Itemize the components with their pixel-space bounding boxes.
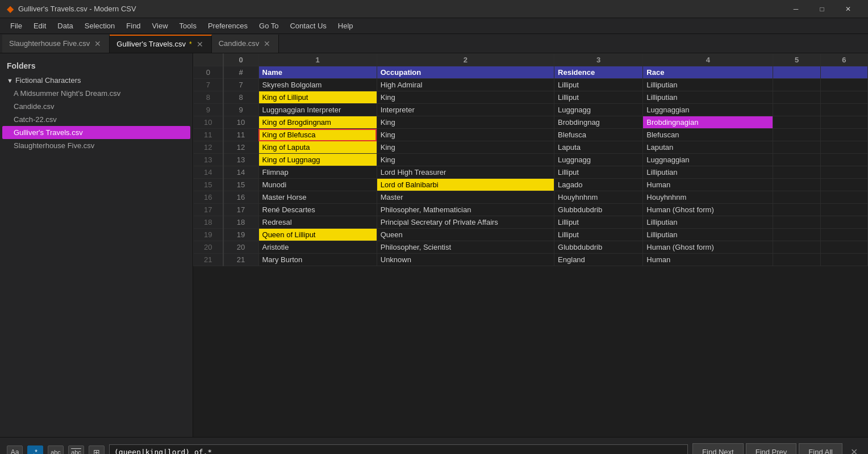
search-opt-regex[interactable]: .*	[27, 445, 43, 455]
grid-cell-1-2[interactable]: King	[377, 91, 554, 104]
grid-cell-10-2[interactable]: Philosopher, Mathematician	[377, 204, 554, 216]
menu-item-view[interactable]: View	[147, 19, 174, 32]
grid-cell-7-4[interactable]: Lilliputian	[643, 166, 773, 179]
grid-cell-9-4[interactable]: Houyhnhnm	[643, 191, 773, 204]
grid-cell-11-6[interactable]	[820, 216, 867, 229]
grid-cell-2-2[interactable]: Interpreter	[377, 104, 554, 116]
grid-cell-5-4[interactable]: Laputan	[643, 141, 773, 154]
grid-cell-13-1[interactable]: Aristotle	[258, 241, 377, 254]
grid-cell-3-0[interactable]: 10	[223, 116, 258, 129]
grid-header-col-0[interactable]: #	[223, 66, 258, 79]
col-header-3[interactable]: 3	[554, 54, 643, 66]
find-prev-button[interactable]: Find Prev	[746, 443, 797, 455]
grid-cell-9-1[interactable]: Master Horse	[258, 191, 377, 204]
minimize-button[interactable]: ─	[783, 0, 809, 18]
sidebar-file-Catch-22-csv[interactable]: Catch-22.csv	[0, 113, 193, 126]
grid-cell-12-3[interactable]: Lilliput	[554, 229, 643, 241]
grid-cell-1-6[interactable]	[820, 91, 867, 104]
grid-cell-6-3[interactable]: Luggnagg	[554, 154, 643, 166]
grid-cell-5-3[interactable]: Laputa	[554, 141, 643, 154]
sidebar-file-Slaughterhouse-Five-csv[interactable]: Slaughterhouse Five.csv	[0, 139, 193, 152]
grid-cell-11-0[interactable]: 18	[223, 216, 258, 229]
grid-cell-6-5[interactable]	[773, 154, 820, 166]
sidebar-folder[interactable]: ▼ Fictional Characters	[0, 74, 193, 87]
col-header-5[interactable]: 5	[773, 54, 820, 66]
grid-cell-0-1[interactable]: Skyresh Bolgolam	[258, 79, 377, 91]
menu-item-tools[interactable]: Tools	[174, 19, 202, 32]
grid-cell-3-4[interactable]: Brobdingnagian	[643, 116, 773, 129]
tab-1[interactable]: Gulliver's Travels.csv*✕	[110, 35, 211, 53]
grid-cell-1-1[interactable]: King of Lilliput	[258, 91, 377, 104]
grid-cell-14-3[interactable]: England	[554, 254, 643, 266]
grid-cell-11-5[interactable]	[773, 216, 820, 229]
grid-header-col-3[interactable]: Residence	[554, 66, 643, 79]
menu-item-preferences[interactable]: Preferences	[202, 19, 253, 32]
close-button[interactable]: ✕	[835, 0, 861, 18]
grid-cell-12-5[interactable]	[773, 229, 820, 241]
menu-item-find[interactable]: Find	[120, 19, 146, 32]
grid-cell-8-4[interactable]: Human	[643, 179, 773, 191]
sidebar-file-Gulliver's-Travels-csv[interactable]: Gulliver's Travels.csv	[2, 126, 190, 139]
grid-cell-2-3[interactable]: Luggnagg	[554, 104, 643, 116]
search-opt-case[interactable]: Aa	[7, 445, 23, 455]
tab-0[interactable]: Slaughterhouse Five.csv✕	[2, 35, 110, 53]
grid-cell-10-1[interactable]: René Descartes	[258, 204, 377, 216]
grid-cell-4-1[interactable]: King of Blefusca	[258, 129, 377, 141]
grid-cell-11-2[interactable]: Principal Secretary of Private Affairs	[377, 216, 554, 229]
grid-cell-9-6[interactable]	[820, 191, 867, 204]
grid-cell-4-5[interactable]	[773, 129, 820, 141]
grid-cell-5-1[interactable]: King of Laputa	[258, 141, 377, 154]
grid-cell-8-1[interactable]: Munodi	[258, 179, 377, 191]
grid-cell-10-4[interactable]: Human (Ghost form)	[643, 204, 773, 216]
grid-cell-13-0[interactable]: 20	[223, 241, 258, 254]
grid-cell-10-6[interactable]	[820, 204, 867, 216]
grid-cell-7-6[interactable]	[820, 166, 867, 179]
grid-cell-9-3[interactable]: Houyhnhnm	[554, 191, 643, 204]
grid-cell-2-5[interactable]	[773, 104, 820, 116]
grid-cell-2-0[interactable]: 9	[223, 104, 258, 116]
grid-cell-7-3[interactable]: Lilliput	[554, 166, 643, 179]
col-header-4[interactable]: 4	[643, 54, 773, 66]
menu-item-go-to[interactable]: Go To	[253, 19, 284, 32]
col-header-0[interactable]: 0	[223, 54, 258, 66]
grid-cell-5-0[interactable]: 12	[223, 141, 258, 154]
grid-cell-14-4[interactable]: Human	[643, 254, 773, 266]
grid-cell-11-1[interactable]: Redresal	[258, 216, 377, 229]
grid-cell-8-6[interactable]	[820, 179, 867, 191]
find-all-button[interactable]: Find All	[799, 443, 842, 455]
maximize-button[interactable]: □	[809, 0, 835, 18]
grid-cell-9-2[interactable]: Master	[377, 191, 554, 204]
grid-cell-1-3[interactable]: Lilliput	[554, 91, 643, 104]
grid-cell-3-1[interactable]: King of Brogdingnam	[258, 116, 377, 129]
grid-cell-12-4[interactable]: Lilliputian	[643, 229, 773, 241]
grid-cell-4-4[interactable]: Blefuscan	[643, 129, 773, 141]
grid-cell-4-0[interactable]: 11	[223, 129, 258, 141]
grid-header-col-5[interactable]	[773, 66, 820, 79]
grid-cell-10-5[interactable]	[773, 204, 820, 216]
grid-cell-6-0[interactable]: 13	[223, 154, 258, 166]
grid-cell-0-6[interactable]	[820, 79, 867, 91]
sidebar-file-A-Midsummer-Night's-Dream-csv[interactable]: A Midsummer Night's Dream.csv	[0, 87, 193, 100]
grid-cell-1-5[interactable]	[773, 91, 820, 104]
grid-header-col-6[interactable]	[820, 66, 867, 79]
grid-cell-1-4[interactable]: Lilliputian	[643, 91, 773, 104]
grid-cell-0-5[interactable]	[773, 79, 820, 91]
grid-cell-2-1[interactable]: Luggnaggian Interpreter	[258, 104, 377, 116]
grid-cell-3-3[interactable]: Brobdingnag	[554, 116, 643, 129]
grid-cell-13-2[interactable]: Philosopher, Scientist	[377, 241, 554, 254]
grid-cell-9-0[interactable]: 16	[223, 191, 258, 204]
grid-cell-14-2[interactable]: Unknown	[377, 254, 554, 266]
grid-cell-3-6[interactable]	[820, 116, 867, 129]
search-input[interactable]	[109, 444, 688, 455]
grid-scroll[interactable]: 0 1 2 3 4 5 6 0#NameOccupationResidenceR…	[193, 53, 868, 437]
search-opt-word[interactable]: abc	[48, 445, 64, 455]
col-header-2[interactable]: 2	[377, 54, 554, 66]
grid-cell-0-0[interactable]: 7	[223, 79, 258, 91]
grid-cell-7-0[interactable]: 14	[223, 166, 258, 179]
grid-cell-10-0[interactable]: 17	[223, 204, 258, 216]
grid-cell-14-0[interactable]: 21	[223, 254, 258, 266]
menu-item-file[interactable]: File	[5, 19, 28, 32]
grid-cell-3-5[interactable]	[773, 116, 820, 129]
grid-cell-0-4[interactable]: Lilliputian	[643, 79, 773, 91]
grid-cell-3-2[interactable]: King	[377, 116, 554, 129]
